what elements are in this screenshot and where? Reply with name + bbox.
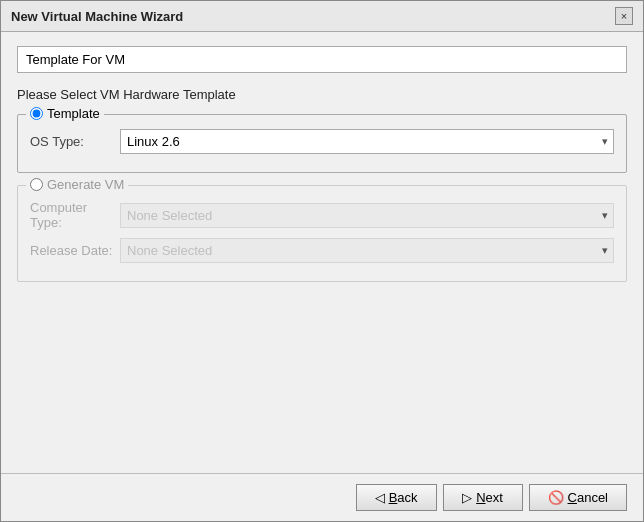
- generate-vm-group: Generate VM Computer Type: None Selected…: [17, 185, 627, 282]
- dialog-footer: ◁ Back ▷ Next 🚫 Cancel: [1, 473, 643, 521]
- title-bar: New Virtual Machine Wizard ×: [1, 1, 643, 32]
- back-icon: ◁: [375, 490, 385, 505]
- computer-type-row: Computer Type: None Selected ▾: [30, 200, 614, 230]
- next-button[interactable]: ▷ Next: [443, 484, 523, 511]
- close-button[interactable]: ×: [615, 7, 633, 25]
- template-radio[interactable]: [30, 107, 43, 120]
- back-button[interactable]: ◁ Back: [356, 484, 437, 511]
- computer-type-select-wrapper: None Selected ▾: [120, 203, 614, 228]
- computer-type-select: None Selected: [120, 203, 614, 228]
- template-group: Template OS Type: Linux 2.6 ▾: [17, 114, 627, 173]
- generate-vm-legend-label: Generate VM: [47, 177, 124, 192]
- new-vm-wizard-dialog: New Virtual Machine Wizard × Please Sele…: [0, 0, 644, 522]
- vm-name-input[interactable]: [17, 46, 627, 73]
- section-heading: Please Select VM Hardware Template: [17, 87, 627, 102]
- generate-vm-group-content: Computer Type: None Selected ▾ Release D…: [30, 200, 614, 263]
- next-label: Next: [476, 490, 503, 505]
- dialog-content: Please Select VM Hardware Template Templ…: [1, 32, 643, 473]
- next-icon: ▷: [462, 490, 472, 505]
- cancel-icon: 🚫: [548, 490, 564, 505]
- back-label: Back: [389, 490, 418, 505]
- computer-type-label: Computer Type:: [30, 200, 120, 230]
- release-date-select-wrapper: None Selected ▾: [120, 238, 614, 263]
- generate-vm-legend: Generate VM: [26, 177, 128, 192]
- os-type-label: OS Type:: [30, 134, 120, 149]
- template-group-content: OS Type: Linux 2.6 ▾: [30, 129, 614, 154]
- os-type-select-wrapper: Linux 2.6 ▾: [120, 129, 614, 154]
- release-date-select: None Selected: [120, 238, 614, 263]
- template-legend-label: Template: [47, 106, 100, 121]
- cancel-label: Cancel: [568, 490, 608, 505]
- cancel-button[interactable]: 🚫 Cancel: [529, 484, 627, 511]
- template-legend: Template: [26, 106, 104, 121]
- release-date-row: Release Date: None Selected ▾: [30, 238, 614, 263]
- dialog-title: New Virtual Machine Wizard: [11, 9, 183, 24]
- release-date-label: Release Date:: [30, 243, 120, 258]
- os-type-row: OS Type: Linux 2.6 ▾: [30, 129, 614, 154]
- os-type-select[interactable]: Linux 2.6: [120, 129, 614, 154]
- generate-vm-radio[interactable]: [30, 178, 43, 191]
